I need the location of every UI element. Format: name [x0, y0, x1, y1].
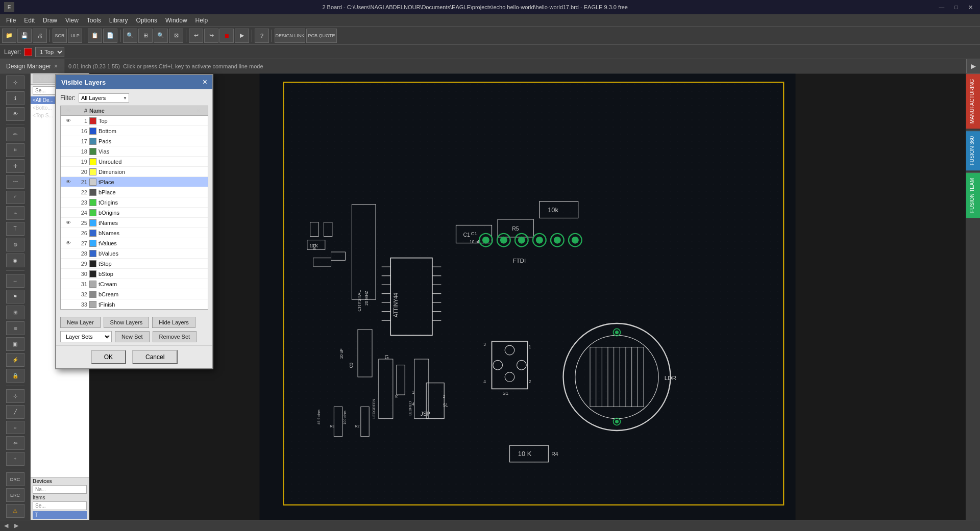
- toolbar-redo[interactable]: ↪: [204, 29, 218, 43]
- close-button[interactable]: ✕: [965, 3, 976, 12]
- toolbar-stop[interactable]: ⏹: [219, 29, 234, 43]
- tab-devices[interactable]: Devices: [33, 74, 58, 83]
- tool-lock[interactable]: 🔒: [6, 369, 24, 383]
- menu-library[interactable]: Library: [105, 16, 132, 25]
- tool-split[interactable]: ⚡: [6, 353, 24, 367]
- menu-tools[interactable]: Tools: [83, 16, 105, 25]
- layer-row[interactable]: 👁27tValues: [61, 238, 208, 248]
- layer-visibility-toggle[interactable]: 👁: [63, 179, 74, 185]
- scrollbar-right[interactable]: ▶: [966, 59, 980, 73]
- tool-drc2[interactable]: DRC: [6, 472, 24, 486]
- toolbar-zoom-area[interactable]: ⊠: [169, 29, 183, 43]
- layer-row[interactable]: 19Unrouted: [61, 157, 208, 167]
- layer-row[interactable]: 30bStop: [61, 269, 208, 279]
- sidebar-fusion[interactable]: FUSION 360: [966, 131, 980, 170]
- layer-row[interactable]: 👁25tNames: [61, 218, 208, 228]
- remove-set-button[interactable]: Remove Set: [153, 331, 197, 342]
- maximize-button[interactable]: □: [951, 3, 961, 12]
- tool-eye[interactable]: 👁: [6, 107, 24, 121]
- toolbar-save[interactable]: 💾: [17, 29, 32, 43]
- sidebar-fusion-team[interactable]: FUSION TEAM: [966, 172, 980, 218]
- layer-list-container[interactable]: 👁 # Name × 👁1Top16Bottom17Pads18Vias19Un…: [60, 106, 208, 310]
- tool-draw2[interactable]: ⌗: [6, 143, 24, 157]
- menu-help[interactable]: Help: [191, 16, 212, 25]
- dm-tab-close[interactable]: ×: [54, 63, 58, 70]
- pcb-canvas[interactable]: R1 CRYSTAL 20 MHZ 10 K ATTINY44: [89, 73, 966, 520]
- layer-row[interactable]: 26bNames: [61, 228, 208, 238]
- tool-warning[interactable]: ⚠: [6, 504, 24, 518]
- layer-row[interactable]: 33tFinish: [61, 299, 208, 310]
- minimize-button[interactable]: —: [936, 3, 947, 12]
- cancel-button[interactable]: Cancel: [132, 350, 178, 364]
- menu-options[interactable]: Options: [132, 16, 161, 25]
- sidebar-manufacturing[interactable]: MANUFACTURING: [966, 73, 980, 129]
- tool-draw1[interactable]: ✏: [6, 128, 24, 141]
- tool-circ[interactable]: ○: [6, 421, 24, 435]
- toolbar-help[interactable]: ?: [255, 29, 269, 43]
- tool-move[interactable]: ✛: [6, 159, 24, 173]
- tool-select[interactable]: ⊹: [6, 75, 24, 89]
- tool-autoroute[interactable]: ⊞: [6, 306, 24, 319]
- toolbar-undo[interactable]: ↩: [189, 29, 203, 43]
- layer-row[interactable]: 18Vias: [61, 146, 208, 157]
- layer-visibility-toggle[interactable]: 👁: [63, 240, 74, 246]
- tool-text[interactable]: T: [6, 222, 24, 236]
- layer-visibility-toggle[interactable]: 👁: [63, 220, 74, 225]
- layer-row[interactable]: 23tOrigins: [61, 197, 208, 208]
- tool-pad[interactable]: ⊚: [6, 238, 24, 251]
- layer-row[interactable]: 32bCream: [61, 289, 208, 299]
- layer-visibility-toggle[interactable]: 👁: [63, 118, 74, 123]
- toolbar-open[interactable]: 📁: [2, 29, 16, 43]
- layer-row[interactable]: 28bValues: [61, 248, 208, 259]
- toolbar-script[interactable]: SCR: [53, 29, 67, 43]
- tool-wire[interactable]: 〰: [6, 175, 24, 189]
- tool-route[interactable]: ⌁: [6, 206, 24, 220]
- toolbar-print[interactable]: 🖨: [33, 29, 47, 43]
- tool-ratsnest[interactable]: ≋: [6, 321, 24, 335]
- toolbar-zoom-fit[interactable]: ⊞: [138, 29, 153, 43]
- toolbar-design-link[interactable]: DESIGN LINK: [275, 29, 305, 43]
- tool-via[interactable]: ◉: [6, 254, 24, 267]
- dm-name-search[interactable]: [33, 485, 87, 494]
- layer-row[interactable]: 29tStop: [61, 259, 208, 269]
- tool-line[interactable]: ╱: [6, 405, 24, 419]
- toolbar-schematic[interactable]: 📄: [103, 29, 117, 43]
- show-layers-button[interactable]: Show Layers: [104, 317, 150, 328]
- layerset-dropdown[interactable]: Layer Sets: [60, 331, 112, 342]
- menu-view[interactable]: View: [61, 16, 83, 25]
- menu-edit[interactable]: Edit: [20, 16, 39, 25]
- menu-file[interactable]: File: [2, 16, 20, 25]
- tool-add[interactable]: +: [6, 452, 24, 466]
- layer-row[interactable]: 👁21tPlace: [61, 177, 208, 187]
- tool-info[interactable]: ℹ: [6, 91, 24, 105]
- layer-row[interactable]: 31tCream: [61, 279, 208, 289]
- toolbar-ulp[interactable]: ULP: [68, 29, 82, 43]
- tool-poly[interactable]: ▣: [6, 337, 24, 351]
- new-set-button[interactable]: New Set: [115, 331, 150, 342]
- status-scroll-right[interactable]: ▶: [14, 522, 18, 529]
- design-manager-tab[interactable]: Design Manager ×: [0, 59, 64, 73]
- visible-layers-dialog[interactable]: Visible Layers × Filter: All Layers Used…: [55, 74, 213, 369]
- tool-drc[interactable]: ⚑: [6, 290, 24, 304]
- status-scroll-left[interactable]: ◀: [4, 522, 8, 529]
- tool-erc[interactable]: ERC: [6, 488, 24, 502]
- tool-measure[interactable]: ↔: [6, 274, 24, 288]
- dialog-close-button[interactable]: ×: [203, 78, 207, 86]
- layer-row[interactable]: 17Pads: [61, 136, 208, 146]
- filter-dropdown[interactable]: All Layers Used Layers Copper Layers: [79, 93, 129, 103]
- menu-window[interactable]: Window: [161, 16, 191, 25]
- tool-grid[interactable]: ⊹: [6, 389, 24, 403]
- dm-T-item[interactable]: T: [33, 511, 87, 519]
- tool-arc[interactable]: ◜: [6, 191, 24, 205]
- layer-row[interactable]: 24bOrigins: [61, 208, 208, 218]
- layer-dropdown[interactable]: 1 Top: [35, 47, 64, 57]
- ok-button[interactable]: OK: [91, 350, 126, 364]
- layer-row[interactable]: 16Bottom: [61, 126, 208, 136]
- layer-row[interactable]: 22bPlace: [61, 187, 208, 197]
- dm-items-search[interactable]: [33, 501, 87, 510]
- menu-draw[interactable]: Draw: [39, 16, 61, 25]
- toolbar-zoom-in[interactable]: 🔍: [123, 29, 137, 43]
- hide-layers-button[interactable]: Hide Layers: [152, 317, 195, 328]
- layer-row[interactable]: 20Dimension: [61, 167, 208, 177]
- toolbar-run[interactable]: ▶: [235, 29, 249, 43]
